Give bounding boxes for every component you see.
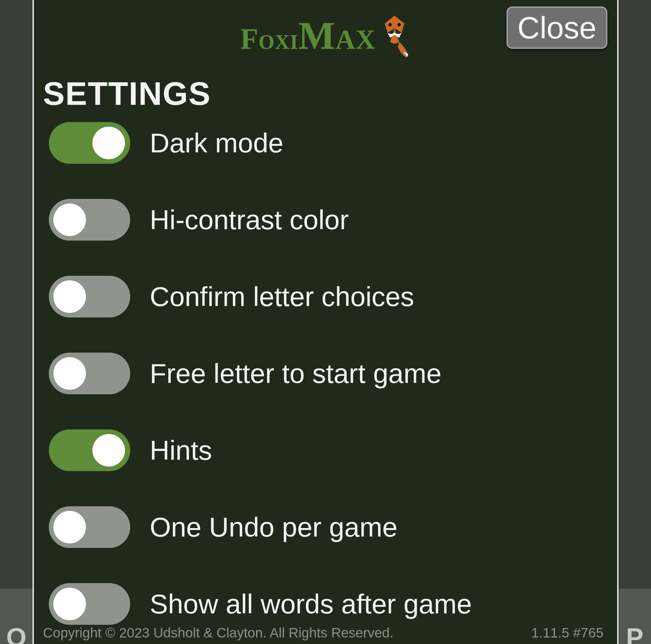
toggle-free-letter[interactable] xyxy=(49,352,130,394)
toggle-row-one-undo: One Undo per game xyxy=(49,506,617,548)
toggle-dark-mode[interactable] xyxy=(49,122,130,164)
toggle-list: Dark modeHi-contrast colorConfirm letter… xyxy=(34,122,617,644)
background-key-char: Q xyxy=(6,622,26,644)
close-button-label: Close xyxy=(518,10,597,45)
page-title: SETTINGS xyxy=(43,75,617,112)
toggle-label-show-all-words: Show all words after game xyxy=(150,588,472,620)
toggle-one-undo[interactable] xyxy=(49,506,130,548)
toggle-confirm-letters[interactable] xyxy=(49,276,130,317)
background-key-char: P xyxy=(626,622,643,644)
footer: Copyright © 2023 Udsholt & Clayton. All … xyxy=(34,625,617,641)
svg-point-1 xyxy=(397,23,401,26)
toggle-label-free-letter: Free letter to start game xyxy=(150,358,441,389)
toggle-row-dark-mode: Dark mode xyxy=(49,122,617,164)
toggle-row-confirm-letters: Confirm letter choices xyxy=(49,276,617,317)
toggle-knob xyxy=(92,127,125,159)
app-logo-text-pre: Foxi xyxy=(240,23,298,55)
toggle-show-all-words[interactable] xyxy=(49,583,130,625)
app-logo-text-emph: Max xyxy=(298,14,376,57)
toggle-knob xyxy=(53,588,86,620)
header: FoxiMax Close xyxy=(34,0,617,62)
toggle-knob xyxy=(92,434,125,466)
fox-icon xyxy=(378,13,411,59)
settings-panel: FoxiMax Close SETTINGS Dark modeHi-contr… xyxy=(33,0,618,644)
app-logo-text: FoxiMax xyxy=(240,13,376,58)
toggle-knob xyxy=(53,204,86,236)
app-logo: FoxiMax xyxy=(240,13,411,59)
toggle-label-dark-mode: Dark mode xyxy=(150,127,283,159)
toggle-row-hints: Hints xyxy=(49,429,617,471)
toggle-label-one-undo: One Undo per game xyxy=(150,512,397,543)
toggle-label-hints: Hints xyxy=(150,435,212,466)
toggle-label-confirm-letters: Confirm letter choices xyxy=(150,281,414,312)
toggle-hi-contrast[interactable] xyxy=(49,199,130,241)
toggle-knob xyxy=(53,357,86,390)
close-button[interactable]: Close xyxy=(506,6,608,49)
toggle-row-hi-contrast: Hi-contrast color xyxy=(49,199,617,241)
version-text: 1.11.5 #765 xyxy=(531,625,603,641)
toggle-hints[interactable] xyxy=(49,429,130,471)
toggle-knob xyxy=(53,511,86,543)
toggle-row-free-letter: Free letter to start game xyxy=(49,352,617,394)
toggle-knob xyxy=(53,280,86,313)
toggle-row-show-all-words: Show all words after game xyxy=(49,583,617,625)
copyright-text: Copyright © 2023 Udsholt & Clayton. All … xyxy=(43,625,394,641)
toggle-label-hi-contrast: Hi-contrast color xyxy=(150,204,349,236)
svg-point-0 xyxy=(388,23,392,26)
